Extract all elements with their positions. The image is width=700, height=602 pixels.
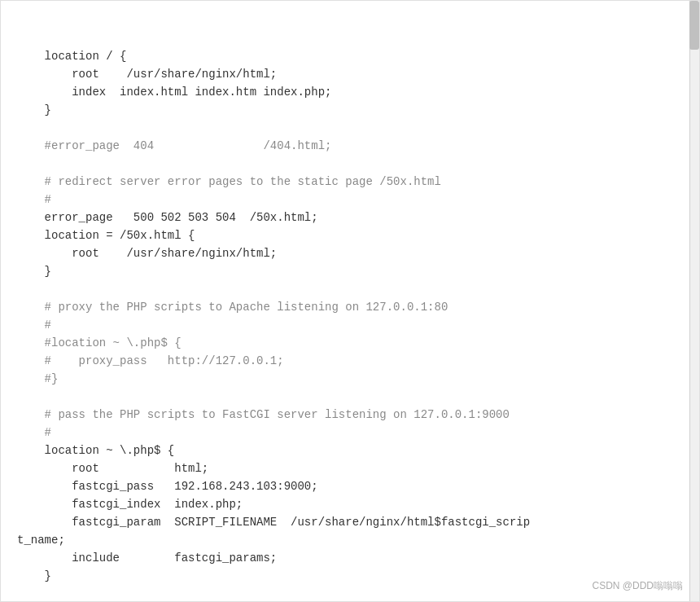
code-line: fastcgi_pass 192.168.243.103:9000; [17,477,683,495]
code-line [17,119,683,137]
code-line: #} [17,370,683,388]
code-line: root /usr/share/nginx/html; [17,244,683,262]
code-line [17,155,683,173]
code-line: } [17,567,683,585]
code-line: # [17,191,683,209]
scrollbar-thumb[interactable] [689,1,699,50]
code-line: # [17,316,683,334]
code-line: location = /50x.html { [17,226,683,244]
code-line: location ~ \.php$ { [17,442,683,459]
code-line [17,280,683,298]
code-editor: location / { root /usr/share/nginx/html;… [0,0,700,602]
code-line: # redirect server error pages to the sta… [17,173,683,191]
scrollbar[interactable] [689,1,699,602]
code-line: index index.html index.htm index.php; [17,83,683,101]
code-line [17,388,683,406]
code-line: error_page 500 502 503 504 /50x.html; [17,209,683,226]
code-line: fastcgi_param SCRIPT_FILENAME /usr/share… [17,513,683,531]
code-line: #location ~ \.php$ { [17,334,683,352]
watermark-text: CSDN @DDD嗡嗡嗡 [592,579,683,593]
code-line: # [17,424,683,442]
code-line: # pass the PHP scripts to FastCGI server… [17,406,683,424]
code-line: root html; [17,459,683,477]
code-line: # proxy the PHP scripts to Apache listen… [17,298,683,316]
code-line: #error_page 404 /404.html; [17,137,683,155]
code-line: include fastcgi_params; [17,549,683,567]
code-line: t_name; [17,531,683,549]
code-line: # proxy_pass http://127.0.0.1; [17,352,683,370]
code-content: location / { root /usr/share/nginx/html;… [1,11,699,585]
code-line: fastcgi_index index.php; [17,495,683,513]
code-line: root /usr/share/nginx/html; [17,65,683,83]
code-line: } [17,262,683,280]
code-line: } [17,101,683,119]
code-line: location / { [17,47,683,65]
